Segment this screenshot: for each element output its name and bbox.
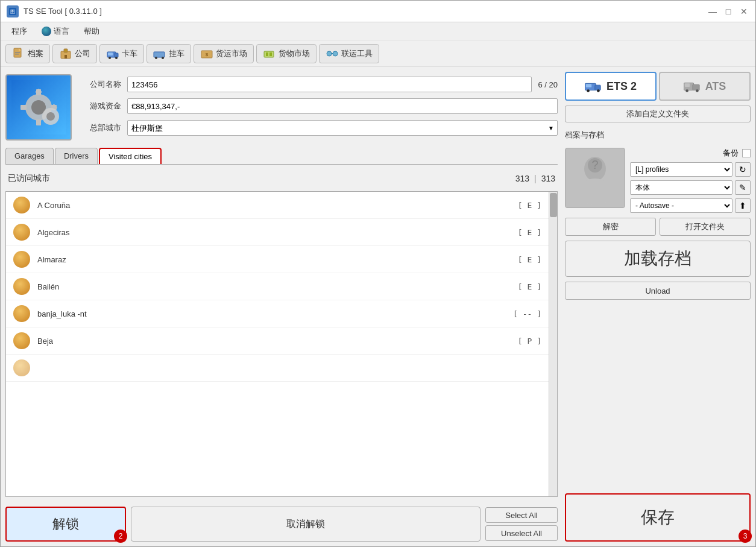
open-folder-button[interactable]: 打开文件夹 <box>660 218 751 236</box>
autosave-dropdown[interactable]: - Autosave - <box>630 198 732 213</box>
cities-scroll-area[interactable]: A Coruña [ E ] Algeciras [ E ] Almaraz [… <box>6 192 549 496</box>
save-button[interactable]: 保存 3 <box>565 493 751 542</box>
svg-point-38 <box>587 89 590 92</box>
menu-program[interactable]: 程序 <box>5 24 33 39</box>
select-all-button[interactable]: Select All <box>485 507 558 523</box>
svg-rect-14 <box>154 52 165 57</box>
menu-language[interactable]: 语言 <box>36 24 75 39</box>
hq-select[interactable]: 杜伊斯堡 <box>127 120 558 136</box>
company-name-input[interactable] <box>127 77 532 92</box>
save-label: 保存 <box>641 506 675 529</box>
edit-button[interactable]: ✎ <box>735 180 751 195</box>
load-save-button[interactable]: 加载存档 <box>565 241 751 277</box>
svg-text:?: ? <box>591 158 598 171</box>
count-divider: | <box>534 174 537 183</box>
toolbar-company-label: 公司 <box>75 48 90 59</box>
autosave-row: - Autosave - ⬆ <box>630 198 751 213</box>
svg-point-44 <box>696 89 699 92</box>
list-item[interactable]: Beja [ P ] <box>6 327 549 355</box>
svg-rect-13 <box>108 52 113 55</box>
scrollbar[interactable] <box>549 192 557 496</box>
backup-checkbox[interactable] <box>742 149 751 157</box>
tab-garages[interactable]: Garages <box>5 148 54 164</box>
svg-rect-30 <box>20 105 27 110</box>
svg-rect-10 <box>115 53 118 57</box>
cargo-icon <box>263 47 276 60</box>
toolbar-trailer-label: 挂车 <box>169 48 184 59</box>
toolbar-freight-button[interactable]: $ 货运市场 <box>194 44 254 63</box>
city-name: Algeciras <box>37 228 511 237</box>
cancel-unlock-button[interactable]: 取消解锁 <box>131 507 480 542</box>
tab-drivers[interactable]: Drivers <box>55 148 98 164</box>
toolbar-file-button[interactable]: 档案 <box>5 44 50 63</box>
cities-list[interactable]: A Coruña [ E ] Algeciras [ E ] Almaraz [… <box>5 191 558 497</box>
list-item[interactable]: A Coruña [ E ] <box>6 192 549 219</box>
body-dropdown[interactable]: 本体 <box>630 180 732 195</box>
svg-point-12 <box>115 57 118 59</box>
company-hq-row: 总部城市 杜伊斯堡 ▼ <box>79 120 558 136</box>
cities-header: 已访问城市 313 | 313 <box>5 169 558 186</box>
profiles-dropdown[interactable]: [L] profiles <box>630 162 732 177</box>
bottom-buttons: 解锁 2 取消解锁 Select All Unselect All <box>5 502 558 542</box>
toolbar-freight-label: 货运市场 <box>216 48 247 59</box>
game-switcher: ETS 2 ATS <box>565 72 751 101</box>
ats-button[interactable]: ATS <box>659 72 751 101</box>
toolbar-truck-button[interactable]: 卡车 <box>99 44 144 63</box>
decrypt-button[interactable]: 解密 <box>565 218 656 236</box>
hq-select-wrapper: 杜伊斯堡 ▼ <box>127 120 558 136</box>
close-button[interactable]: ✕ <box>739 6 749 17</box>
save-badge: 3 <box>739 530 752 543</box>
toolbar-cargo-button[interactable]: 货物市场 <box>256 44 317 63</box>
tab-visited-cities[interactable]: Visited cities <box>99 148 162 164</box>
list-item[interactable]: banja_luka -nt [ -- ] <box>6 300 549 327</box>
unload-button[interactable]: Unload <box>565 282 751 300</box>
app-icon: 图 <box>7 5 19 17</box>
left-panel: 公司名称 6 / 20 游戏资金 总部城市 杜伊斯堡 <box>5 72 558 542</box>
select-buttons-group: Select All Unselect All <box>485 507 558 541</box>
decrypt-row: 解密 打开文件夹 <box>565 218 751 236</box>
toolbar-cargo-label: 货物市场 <box>279 48 310 59</box>
titlebar: 图 TS SE Tool [ 0.3.11.0 ] — □ ✕ <box>1 1 755 22</box>
maximize-button[interactable]: □ <box>723 6 734 17</box>
ats-label: ATS <box>705 80 726 93</box>
right-panel: ETS 2 ATS 添加自定义文件夹 <box>558 72 751 542</box>
company-funds-input[interactable] <box>127 98 558 114</box>
add-folder-button[interactable]: 添加自定义文件夹 <box>565 106 751 122</box>
import-button[interactable]: ⬆ <box>735 198 751 213</box>
svg-rect-8 <box>65 55 67 58</box>
svg-rect-21 <box>269 52 272 56</box>
city-dot-icon <box>13 197 30 213</box>
list-item[interactable]: Bailén [ E ] <box>6 273 549 300</box>
city-dot-icon <box>13 278 30 295</box>
unselect-all-button[interactable]: Unselect All <box>485 525 558 541</box>
list-item[interactable]: Algeciras [ E ] <box>6 219 549 246</box>
toolbar-company-button[interactable]: 公司 <box>52 44 97 63</box>
toolbar: 档案 公司 卡车 <box>1 40 755 67</box>
toolbar-truck-label: 卡车 <box>122 48 137 59</box>
list-item[interactable] <box>6 355 549 382</box>
menu-help[interactable]: 帮助 <box>78 24 106 39</box>
city-dot-icon <box>13 305 30 322</box>
svg-text:图: 图 <box>10 9 15 14</box>
unlock-badge: 2 <box>114 530 127 543</box>
company-info: 公司名称 6 / 20 游戏资金 总部城市 杜伊斯堡 <box>5 72 558 143</box>
titlebar-left: 图 TS SE Tool [ 0.3.11.0 ] <box>7 5 102 17</box>
company-name-row: 公司名称 6 / 20 <box>79 77 558 92</box>
toolbar-trailer-button[interactable]: 挂车 <box>146 44 191 63</box>
toolbar-file-label: 档案 <box>28 48 43 59</box>
svg-point-49 <box>578 179 612 205</box>
cities-count-current: 313 <box>515 174 529 183</box>
city-dot-icon <box>13 224 30 241</box>
minimize-button[interactable]: — <box>707 6 718 17</box>
toolbar-relay-button[interactable]: 联运工具 <box>319 44 379 63</box>
city-badge: [ E ] <box>518 255 541 264</box>
ets2-button[interactable]: ETS 2 <box>565 72 657 101</box>
main-window: 图 TS SE Tool [ 0.3.11.0 ] — □ ✕ 程序 语言 帮助 <box>0 0 756 547</box>
svg-rect-19 <box>264 51 274 57</box>
svg-point-11 <box>109 57 111 59</box>
refresh-button[interactable]: ↻ <box>735 162 751 177</box>
unlock-button[interactable]: 解锁 2 <box>5 507 126 542</box>
svg-rect-37 <box>595 85 600 90</box>
list-item[interactable]: Almaraz [ E ] <box>6 246 549 273</box>
unlock-label: 解锁 <box>52 515 79 533</box>
